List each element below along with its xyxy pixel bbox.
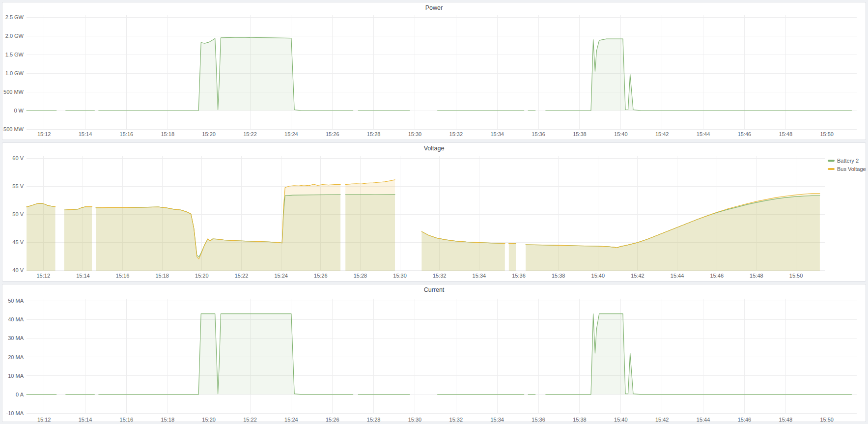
legend-item-bus-voltage[interactable]: Bus Voltage — [828, 165, 866, 173]
x-axis-tick-label: 15:46 — [710, 273, 724, 279]
x-axis-tick-label: 15:28 — [367, 131, 381, 137]
x-axis-tick-label: 15:32 — [433, 273, 447, 279]
x-axis-tick-label: 15:16 — [116, 273, 130, 279]
x-axis-tick-label: 15:38 — [573, 131, 587, 137]
x-axis-tick-label: 15:34 — [490, 131, 504, 137]
x-axis-tick-label: 15:18 — [161, 131, 174, 137]
x-axis-tick-label: 15:26 — [326, 417, 339, 422]
x-axis-tick-label: 15:16 — [120, 417, 134, 422]
x-axis-tick-label: 15:36 — [512, 273, 526, 279]
y-axis-tick-label: -10 MA — [6, 410, 24, 416]
x-axis-tick-label: 15:40 — [614, 417, 628, 422]
y-axis-tick-label: 10 MA — [8, 373, 24, 379]
x-axis-tick-label: 15:14 — [79, 131, 92, 137]
x-axis-tick-label: 15:34 — [490, 417, 504, 422]
x-axis-tick-label: 15:44 — [697, 417, 710, 422]
y-axis-tick-label: 50 V — [12, 211, 24, 217]
power-chart-canvas[interactable]: 2.5 GW2.0 GW1.5 GW1.0 GW500 MW0 W-500 MW… — [2, 2, 866, 140]
y-axis-tick-label: 45 V — [12, 239, 24, 245]
x-axis-tick-label: 15:24 — [274, 273, 288, 279]
x-axis-tick-label: 15:14 — [79, 417, 92, 422]
x-axis-tick-label: 15:50 — [820, 131, 834, 137]
x-axis-tick-label: 15:50 — [789, 273, 803, 279]
x-axis-tick-label: 15:30 — [408, 131, 422, 137]
current-chart-canvas[interactable]: 50 MA40 MA30 MA20 MA10 MA0 A-10 MA15:121… — [2, 284, 866, 422]
legend-label-bus-voltage: Bus Voltage — [837, 166, 866, 172]
x-axis-tick-label: 15:44 — [671, 273, 684, 279]
current-panel: Current 50 MA40 MA30 MA20 MA10 MA0 A-10 … — [2, 284, 866, 422]
x-axis-tick-label: 15:24 — [284, 417, 298, 422]
x-axis-tick-label: 15:30 — [393, 273, 407, 279]
x-axis-tick-label: 15:36 — [532, 417, 545, 422]
x-axis-tick-label: 15:46 — [738, 417, 752, 422]
y-axis-tick-label: 60 V — [12, 155, 24, 161]
x-axis-tick-label: 15:42 — [655, 131, 669, 137]
x-axis-tick-label: 15:44 — [697, 131, 710, 137]
power-panel: Power 2.5 GW2.0 GW1.5 GW1.0 GW500 MW0 W-… — [2, 2, 866, 140]
y-axis-tick-label: 40 V — [12, 267, 24, 273]
y-axis-tick-label: 0 W — [14, 108, 24, 113]
x-axis-tick-label: 15:28 — [354, 273, 367, 279]
y-axis-tick-label: 2.0 GW — [5, 33, 24, 39]
x-axis-tick-label: 15:48 — [779, 417, 793, 422]
y-axis-tick-label: 500 MW — [3, 89, 24, 95]
voltage-chart-canvas[interactable]: 60 V55 V50 V45 V40 V15:1215:1415:1615:18… — [2, 143, 866, 281]
y-axis-tick-label: 1.5 GW — [5, 52, 24, 57]
y-axis-tick-label: 40 MA — [8, 316, 24, 322]
x-axis-tick-label: 15:40 — [614, 131, 628, 137]
x-axis-tick-label: 15:24 — [284, 131, 298, 137]
x-axis-tick-label: 15:38 — [573, 417, 587, 422]
y-axis-tick-label: 0 A — [16, 392, 24, 397]
x-axis-tick-label: 15:36 — [532, 131, 545, 137]
x-axis-tick-label: 15:22 — [243, 417, 257, 422]
x-axis-tick-label: 15:30 — [408, 417, 422, 422]
x-axis-tick-label: 15:12 — [37, 273, 51, 279]
x-axis-tick-label: 15:48 — [779, 131, 793, 137]
x-axis-tick-label: 15:32 — [449, 131, 463, 137]
x-axis-tick-label: 15:14 — [76, 273, 90, 279]
y-axis-tick-label: 2.5 GW — [5, 14, 24, 20]
y-axis-tick-label: 50 MA — [8, 298, 24, 304]
x-axis-tick-label: 15:20 — [202, 131, 216, 137]
x-axis-tick-label: 15:12 — [37, 417, 51, 422]
x-axis-tick-label: 15:48 — [750, 273, 763, 279]
bus-voltage-series-swatch-icon — [828, 168, 835, 170]
x-axis-tick-label: 15:28 — [367, 417, 381, 422]
y-axis-tick-label: -500 MW — [2, 126, 24, 132]
voltage-legend: Battery 2 Bus Voltage — [828, 156, 866, 173]
x-axis-tick-label: 15:34 — [473, 273, 486, 279]
legend-label-battery-2: Battery 2 — [837, 158, 859, 164]
x-axis-tick-label: 15:32 — [449, 417, 463, 422]
y-axis-tick-label: 30 MA — [8, 335, 24, 341]
x-axis-tick-label: 15:26 — [326, 131, 339, 137]
x-axis-tick-label: 15:20 — [202, 417, 216, 422]
x-axis-tick-label: 15:40 — [591, 273, 605, 279]
x-axis-tick-label: 15:50 — [820, 417, 834, 422]
x-axis-tick-label: 15:22 — [243, 131, 257, 137]
x-axis-tick-label: 15:22 — [235, 273, 249, 279]
x-axis-tick-label: 15:18 — [155, 273, 169, 279]
battery-2-series-swatch-icon — [828, 160, 835, 162]
x-axis-tick-label: 15:46 — [738, 131, 752, 137]
y-axis-tick-label: 1.0 GW — [5, 70, 24, 76]
x-axis-tick-label: 15:42 — [655, 417, 669, 422]
x-axis-tick-label: 15:26 — [314, 273, 328, 279]
x-axis-tick-label: 15:16 — [120, 131, 134, 137]
legend-item-battery-2[interactable]: Battery 2 — [828, 156, 866, 165]
x-axis-tick-label: 15:38 — [552, 273, 565, 279]
y-axis-tick-label: 55 V — [12, 183, 24, 189]
voltage-panel: Voltage 60 V55 V50 V45 V40 V15:1215:1415… — [2, 142, 866, 282]
x-axis-tick-label: 15:18 — [161, 417, 174, 422]
x-axis-tick-label: 15:42 — [631, 273, 644, 279]
y-axis-tick-label: 20 MA — [8, 354, 24, 360]
x-axis-tick-label: 15:12 — [37, 131, 51, 137]
x-axis-tick-label: 15:20 — [195, 273, 209, 279]
